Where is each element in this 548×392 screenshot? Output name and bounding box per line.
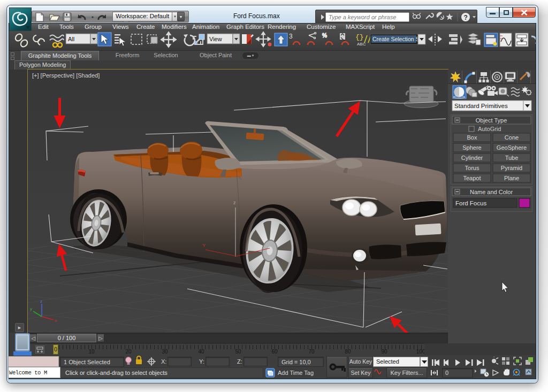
svg-text:All: All: [68, 36, 74, 42]
svg-text:y: y: [30, 306, 32, 311]
svg-text:Tube: Tube: [505, 155, 519, 161]
svg-text:Standard Primitives: Standard Primitives: [454, 103, 508, 109]
svg-text:Teapot: Teapot: [463, 175, 481, 181]
svg-text:%: %: [322, 33, 327, 39]
svg-text:View: View: [209, 36, 222, 42]
svg-text:Sphere: Sphere: [462, 144, 481, 151]
svg-text:GeoSphere: GeoSphere: [497, 144, 527, 151]
svg-text:Y: Y: [202, 243, 206, 248]
svg-text:x: x: [55, 318, 57, 323]
svg-text:Pyramid: Pyramid: [501, 165, 522, 171]
svg-text:Plane: Plane: [504, 175, 519, 181]
svg-text:?: ?: [464, 14, 468, 21]
svg-text:z: z: [40, 299, 42, 304]
svg-text:Ford Focus: Ford Focus: [455, 200, 486, 206]
svg-text:Type a keyword or phrase: Type a keyword or phrase: [329, 14, 396, 20]
svg-text:{}: {}: [355, 33, 364, 41]
svg-text:Create Selection Se: Create Selection Se: [372, 36, 423, 42]
svg-text:Object Type: Object Type: [476, 117, 507, 124]
svg-text:Cylinder: Cylinder: [461, 155, 483, 161]
svg-text:z: z: [233, 200, 236, 205]
svg-text:[+] [Perspective] [Shaded]: [+] [Perspective] [Shaded]: [32, 72, 100, 79]
svg-text:Box: Box: [467, 134, 477, 141]
svg-text:Torus: Torus: [465, 165, 480, 171]
svg-text:Name and Color: Name and Color: [470, 189, 513, 195]
svg-text:Cone: Cone: [505, 134, 519, 141]
svg-text:3: 3: [289, 33, 293, 40]
svg-text:AutoGrid: AutoGrid: [478, 126, 501, 132]
